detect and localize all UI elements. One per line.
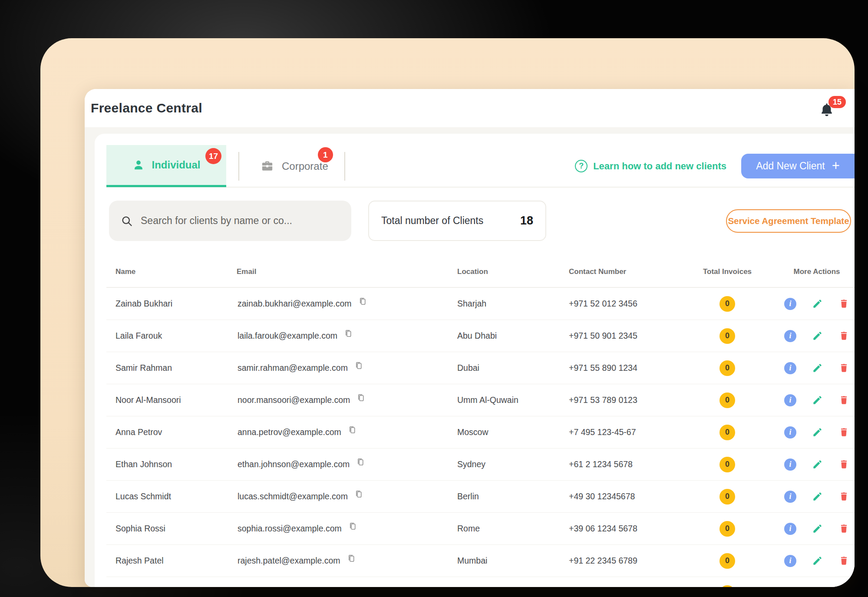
delete-button[interactable] bbox=[838, 459, 849, 470]
copy-icon[interactable] bbox=[358, 296, 367, 307]
delete-button[interactable] bbox=[838, 491, 849, 502]
table-row: Ethan Johnson ethan.johnson@example.com … bbox=[106, 449, 855, 481]
trash-icon bbox=[838, 330, 849, 341]
table-header-row: Name Email Location Contact Number Total… bbox=[106, 257, 855, 288]
copy-icon[interactable] bbox=[347, 553, 356, 564]
delete-button[interactable] bbox=[838, 523, 849, 534]
client-name: Ethan Johnson bbox=[106, 459, 237, 469]
client-email: samir.rahman@example.com bbox=[238, 363, 348, 373]
total-clients-box: Total number of Clients 18 bbox=[368, 201, 546, 241]
notifications-button[interactable]: 15 bbox=[819, 99, 835, 117]
edit-button[interactable] bbox=[812, 491, 823, 502]
edit-button[interactable] bbox=[812, 330, 823, 341]
invoice-count-badge: 0 bbox=[719, 393, 735, 408]
add-new-client-button[interactable]: Add New Client + bbox=[741, 154, 855, 178]
notification-count-badge: 15 bbox=[828, 96, 846, 108]
delete-button[interactable] bbox=[838, 363, 849, 373]
client-email: sophia.rossi@example.com bbox=[238, 524, 342, 534]
edit-button[interactable] bbox=[812, 298, 823, 309]
copy-icon[interactable] bbox=[354, 489, 363, 499]
info-button[interactable]: i bbox=[784, 491, 796, 503]
delete-button[interactable] bbox=[838, 427, 849, 438]
table-row: Zainab Bukhari zainab.bukhari@example.co… bbox=[106, 288, 855, 320]
edit-button[interactable] bbox=[812, 363, 823, 373]
edit-button[interactable] bbox=[812, 555, 823, 566]
tab-corporate-badge: 1 bbox=[318, 147, 333, 162]
edit-button[interactable] bbox=[812, 459, 823, 470]
invoice-count-badge: 0 bbox=[719, 457, 735, 472]
info-button[interactable]: i bbox=[784, 458, 796, 471]
copy-icon[interactable] bbox=[344, 328, 353, 339]
pencil-icon bbox=[812, 395, 823, 406]
client-name: Samir Rahman bbox=[106, 363, 237, 373]
info-button[interactable]: i bbox=[784, 298, 796, 310]
client-email: ethan.johnson@example.com bbox=[238, 459, 350, 469]
client-contact: +971 50 901 2345 bbox=[569, 331, 682, 341]
service-agreement-template-button[interactable]: Service Agreement Template bbox=[726, 209, 851, 233]
info-button[interactable]: i bbox=[784, 362, 796, 374]
client-contact: +7 495 123-45-67 bbox=[569, 427, 682, 437]
copy-icon[interactable] bbox=[348, 521, 357, 531]
briefcase-icon bbox=[261, 159, 274, 173]
search-icon bbox=[121, 215, 133, 227]
client-contact: +39 06 1234 5678 bbox=[569, 524, 682, 534]
info-button[interactable]: i bbox=[784, 330, 796, 342]
tab-corporate[interactable]: Corporate 1 bbox=[239, 145, 344, 187]
tab-divider bbox=[344, 152, 345, 181]
trash-icon bbox=[838, 363, 849, 373]
info-button[interactable]: i bbox=[784, 523, 796, 535]
info-button[interactable]: i bbox=[784, 555, 796, 567]
client-name: Zainab Bukhari bbox=[106, 299, 237, 309]
client-location: Sydney bbox=[456, 459, 569, 469]
tabs-row: Individual 17 Corporate 1 ? Learn how to… bbox=[106, 145, 855, 188]
copy-icon[interactable] bbox=[354, 360, 363, 371]
clients-panel: Individual 17 Corporate 1 ? Learn how to… bbox=[95, 134, 855, 587]
copy-icon[interactable] bbox=[348, 425, 357, 435]
invoice-count-cell: 0 bbox=[682, 328, 773, 344]
edit-button[interactable] bbox=[812, 427, 823, 438]
client-email-cell: zainab.bukhari@example.com bbox=[237, 299, 456, 309]
person-icon bbox=[132, 158, 145, 172]
tab-individual-label: Individual bbox=[152, 159, 200, 171]
pencil-icon bbox=[812, 427, 823, 438]
edit-button[interactable] bbox=[812, 523, 823, 534]
invoice-count-badge: 0 bbox=[719, 489, 735, 505]
client-name: Lucas Schmidt bbox=[106, 491, 237, 501]
invoice-count-badge: 0 bbox=[719, 328, 735, 344]
search-input[interactable] bbox=[141, 215, 340, 227]
client-email: noor.mansoori@example.com bbox=[238, 395, 350, 405]
app-title: Freelance Central bbox=[91, 101, 202, 115]
learn-how-label: Learn how to add new clients bbox=[593, 161, 726, 172]
row-actions: i bbox=[773, 458, 855, 471]
info-button[interactable]: i bbox=[784, 394, 796, 406]
delete-button[interactable] bbox=[838, 395, 849, 406]
delete-button[interactable] bbox=[838, 555, 849, 566]
table-row: Noor Al-Mansoori noor.mansoori@example.c… bbox=[106, 384, 855, 416]
invoice-count-badge: 0 bbox=[719, 521, 735, 537]
invoice-count-cell: 0 bbox=[682, 425, 773, 440]
client-email-cell: rajesh.patel@example.com bbox=[237, 556, 456, 566]
search-box bbox=[109, 201, 351, 241]
client-location: Abu Dhabi bbox=[456, 331, 569, 341]
delete-button[interactable] bbox=[838, 298, 849, 309]
learn-how-link[interactable]: ? Learn how to add new clients bbox=[575, 160, 726, 172]
pencil-icon bbox=[812, 459, 823, 470]
trash-icon bbox=[838, 298, 849, 309]
client-location: Sharjah bbox=[456, 299, 569, 309]
tab-corporate-label: Corporate bbox=[282, 160, 328, 172]
copy-icon[interactable] bbox=[356, 393, 366, 403]
invoice-count-cell: 0 bbox=[682, 585, 773, 587]
edit-button[interactable] bbox=[812, 395, 823, 406]
client-location: Berlin bbox=[456, 491, 569, 501]
invoice-count-cell: 0 bbox=[682, 296, 773, 312]
clients-table: Name Email Location Contact Number Total… bbox=[106, 257, 855, 587]
client-contact: +49 30 12345678 bbox=[569, 491, 682, 501]
tab-individual[interactable]: Individual 17 bbox=[106, 145, 226, 187]
trash-icon bbox=[838, 555, 849, 566]
question-circle-icon: ? bbox=[575, 160, 587, 172]
copy-icon[interactable] bbox=[356, 457, 365, 467]
table-row: Samir Rahman samir.rahman@example.com Du… bbox=[106, 352, 855, 384]
info-button[interactable]: i bbox=[784, 426, 796, 439]
invoice-count-cell: 0 bbox=[682, 457, 773, 472]
delete-button[interactable] bbox=[838, 330, 849, 341]
